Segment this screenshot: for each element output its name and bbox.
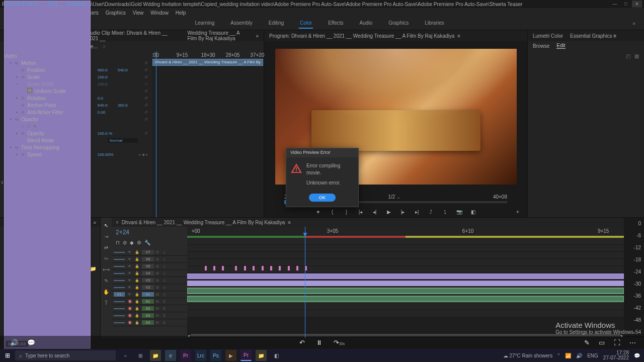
mask-circle-icon[interactable]: ○ bbox=[21, 124, 27, 129]
menu-window[interactable]: Window bbox=[150, 10, 169, 16]
clock[interactable]: 17:2827-07-2022 bbox=[603, 350, 629, 360]
mask-pen-icon[interactable]: ✎ bbox=[33, 124, 39, 129]
lift-icon[interactable]: ⤴ bbox=[428, 209, 435, 215]
workspace-editing[interactable]: Editing bbox=[268, 18, 285, 29]
timeline-audio-clip[interactable] bbox=[187, 296, 624, 302]
ec-opacity[interactable]: Opacity bbox=[21, 117, 138, 122]
fx-badge-icon[interactable]: fx bbox=[15, 61, 21, 65]
goto-out-icon[interactable]: ▸| bbox=[414, 209, 421, 215]
tab-essential-graphics[interactable]: Essential Graphics ≡ bbox=[570, 33, 616, 39]
workspace-learning[interactable]: Learning bbox=[194, 18, 215, 29]
timeline-ruler[interactable]: +00 3+05 6+10 9+15 bbox=[187, 227, 624, 236]
marker-icon[interactable]: ◆ bbox=[130, 240, 134, 249]
new-bin-icon[interactable]: 📁 bbox=[90, 266, 96, 275]
tab-wedding-treasure[interactable]: Wedding Treasure __ A Film By Raj Kakadi… bbox=[187, 30, 248, 41]
app-icon-2[interactable]: ◧ bbox=[271, 350, 282, 361]
workspace-libraries[interactable]: Libraries bbox=[424, 18, 445, 29]
mask-rect-icon[interactable]: □ bbox=[27, 124, 33, 129]
caption-icon[interactable]: 💬 bbox=[27, 339, 35, 346]
app-icon[interactable]: ▶ bbox=[225, 350, 236, 361]
workspace-graphics[interactable]: Graphics bbox=[387, 18, 410, 29]
folder-icon[interactable]: 📁 bbox=[256, 350, 267, 361]
pen-tool-icon[interactable]: ✎ bbox=[103, 278, 110, 285]
bin-overflow-icon[interactable]: » bbox=[93, 220, 96, 225]
track-select-tool-icon[interactable]: ⇥ bbox=[103, 234, 110, 241]
workspace-effects[interactable]: Effects bbox=[327, 18, 344, 29]
goto-in-icon[interactable]: |◂ bbox=[357, 209, 364, 215]
pause-icon[interactable]: ⏸ bbox=[316, 339, 323, 346]
program-tc-right[interactable]: 40+08 bbox=[493, 194, 507, 200]
timeline-timecode[interactable]: 2+24 bbox=[112, 227, 187, 240]
notifications-icon[interactable]: 💬 bbox=[634, 353, 640, 358]
start-button[interactable]: ⊞ bbox=[0, 352, 15, 359]
close-button[interactable]: ✕ bbox=[632, 1, 642, 8]
sequence-menu-icon[interactable]: ≡ bbox=[288, 220, 291, 225]
menu-graphics[interactable]: Graphics bbox=[106, 10, 126, 16]
effect-controls-timeline[interactable]: :00 9+15 18+30 28+05 37+20 Dhvani & Hire… bbox=[152, 51, 264, 217]
volume-icon[interactable]: 🔊 bbox=[10, 339, 18, 346]
timeline-clip[interactable] bbox=[187, 281, 624, 286]
snap-icon[interactable]: ⊓ bbox=[116, 240, 120, 249]
photoshop-icon[interactable]: Ps bbox=[210, 350, 221, 361]
button-editor-icon[interactable]: + bbox=[514, 209, 521, 215]
ec-playhead[interactable] bbox=[156, 51, 156, 217]
reset-icon[interactable]: ↺ bbox=[138, 61, 148, 65]
premiere-icon[interactable]: Pr bbox=[180, 350, 191, 361]
uniform-scale-checkbox[interactable] bbox=[27, 88, 32, 93]
language-indicator[interactable]: ENG bbox=[587, 353, 598, 358]
mark-out-icon[interactable]: } bbox=[343, 209, 350, 215]
eg-group-icon[interactable]: ▦ bbox=[634, 53, 639, 59]
cortana-icon[interactable]: ○ bbox=[120, 350, 131, 361]
sequence-tab[interactable]: Dhvani & Hiren __ 2021 __ Wedding Treasu… bbox=[122, 220, 285, 225]
export-frame-icon[interactable]: 📷 bbox=[456, 209, 463, 215]
hand-tool-icon[interactable]: ✋ bbox=[103, 289, 110, 296]
razor-tool-icon[interactable]: ✂ bbox=[103, 256, 110, 263]
timeline-audio-clip[interactable] bbox=[187, 288, 624, 294]
eg-browse[interactable]: Browse bbox=[533, 43, 549, 49]
tab-overflow[interactable]: » bbox=[256, 33, 259, 39]
maximize-button[interactable]: □ bbox=[621, 1, 631, 8]
premiere-running-icon[interactable]: Pr bbox=[240, 350, 252, 361]
workspace-assembly[interactable]: Assembly bbox=[229, 18, 253, 29]
linked-selection-icon[interactable]: ⊘ bbox=[123, 240, 127, 249]
comparison-icon[interactable]: ◧ bbox=[470, 209, 477, 215]
explorer-icon[interactable]: 📁 bbox=[150, 350, 161, 361]
back-arrow-icon[interactable]: ‹ bbox=[1, 178, 4, 186]
edge-icon[interactable]: e bbox=[165, 350, 176, 361]
timeline-clip[interactable] bbox=[187, 274, 624, 279]
workspace-audio[interactable]: Audio bbox=[359, 18, 374, 29]
stopwatch-icon[interactable]: ⊙ bbox=[21, 68, 27, 72]
eg-edit[interactable]: Edit bbox=[556, 43, 565, 49]
selection-tool-icon[interactable]: ↖ bbox=[103, 223, 110, 230]
step-fwd-icon[interactable]: |▸ bbox=[399, 209, 407, 215]
taskbar-search[interactable]: ⌕ Type here to search bbox=[15, 350, 116, 360]
add-marker-icon[interactable]: ♥ bbox=[315, 209, 322, 215]
program-tab-menu-icon[interactable]: ≡ bbox=[457, 33, 460, 39]
source-patch-v1[interactable]: V1 bbox=[114, 292, 125, 297]
mark-in-icon[interactable]: { bbox=[329, 209, 336, 215]
workspace-color[interactable]: Color bbox=[299, 18, 313, 29]
slip-tool-icon[interactable]: ⟷ bbox=[103, 267, 110, 274]
card-icon[interactable]: ▭ bbox=[599, 339, 605, 346]
fullscreen-icon[interactable]: ⛶ bbox=[614, 339, 620, 346]
more-icon[interactable]: ⋯ bbox=[629, 339, 636, 346]
settings-icon[interactable]: ⚙ bbox=[137, 240, 141, 249]
workspace-overflow[interactable]: » bbox=[624, 21, 644, 26]
ec-timeremap[interactable]: Time Remapping bbox=[21, 145, 148, 150]
ec-motion[interactable]: Motion bbox=[21, 60, 138, 66]
weather-widget[interactable]: ☁ 27°C Rain showers bbox=[503, 353, 552, 358]
ripple-edit-tool-icon[interactable]: ⇄ bbox=[103, 245, 110, 252]
lrc-icon[interactable]: Lrc bbox=[195, 350, 206, 361]
wrench-icon[interactable]: 🔧 bbox=[144, 240, 150, 249]
timeline-playhead[interactable] bbox=[305, 227, 305, 338]
rewind-icon[interactable]: ↶ bbox=[299, 339, 305, 346]
menu-view[interactable]: View bbox=[133, 10, 144, 16]
program-fit-dropdown[interactable]: 1/2 ⌄ bbox=[388, 194, 400, 200]
menu-help[interactable]: Help bbox=[176, 10, 186, 16]
ec-clip-bar[interactable]: Dhvani & Hiren __ 2021 __ Wedding Treasu… bbox=[152, 59, 263, 66]
tray-chevron-icon[interactable]: ˄ bbox=[557, 353, 560, 358]
tab-lumetri-color[interactable]: Lumetri Color bbox=[533, 33, 563, 39]
type-tool-icon[interactable]: T bbox=[103, 300, 110, 307]
close-sequence-icon[interactable]: × bbox=[116, 220, 119, 225]
extract-icon[interactable]: ⤵ bbox=[442, 209, 449, 215]
